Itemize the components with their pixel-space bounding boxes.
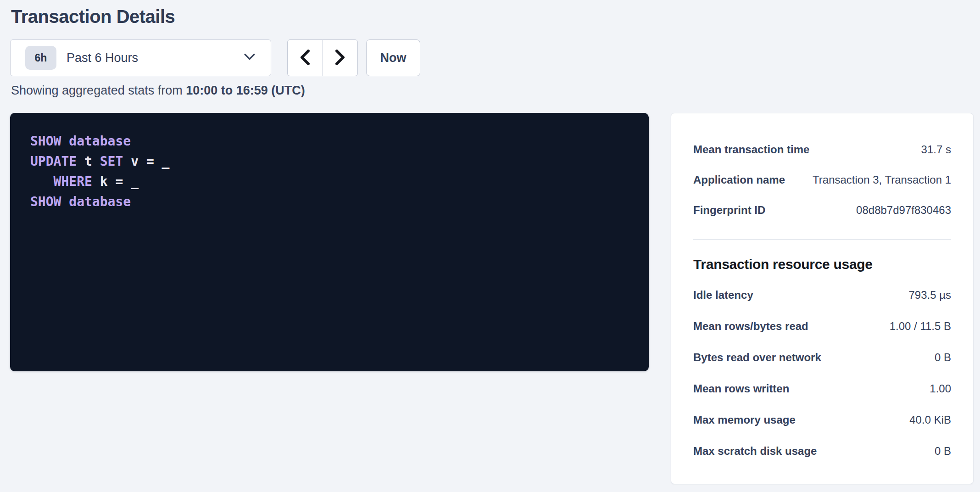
stat-label: Bytes read over network: [693, 351, 821, 364]
sql-keyword-token: SHOW: [30, 134, 61, 149]
sql-code: SHOW databaseUPDATE t SET v = _ WHERE k …: [30, 131, 629, 212]
time-range-badge: 6h: [25, 46, 56, 70]
stat-row: Fingerprint ID08d8b7d97f830463: [693, 195, 951, 225]
stat-row: Mean rows written1.00: [693, 373, 951, 404]
sql-code-line: SHOW database: [30, 131, 629, 151]
sql-keyword-token: SHOW: [30, 194, 61, 209]
stat-value: 793.5 µs: [908, 289, 951, 302]
sql-code-line: WHERE k = _: [30, 172, 629, 192]
page-title: Transaction Details: [11, 6, 175, 27]
stat-value: 0 B: [935, 351, 951, 364]
stat-label: Fingerprint ID: [693, 204, 765, 217]
stat-label: Application name: [693, 173, 785, 186]
stat-label: Mean rows written: [693, 382, 789, 395]
sql-keyword-token: database: [69, 134, 131, 149]
stat-label: Max memory usage: [693, 414, 796, 426]
time-nav-group: [287, 39, 358, 76]
stat-row: Idle latency793.5 µs: [693, 280, 951, 311]
stat-label: Idle latency: [693, 289, 753, 302]
card-divider: [693, 239, 951, 240]
sql-statement-panel: SHOW databaseUPDATE t SET v = _ WHERE k …: [10, 113, 649, 371]
stat-row: Mean transaction time31.7 s: [693, 134, 951, 165]
stat-row: Max scratch disk usage0 B: [693, 436, 951, 467]
stat-row: Mean rows/bytes read1.00 / 11.5 B: [693, 311, 951, 342]
stat-value: 1.00 / 11.5 B: [890, 320, 951, 333]
resource-usage-heading: Transaction resource usage: [693, 257, 951, 272]
stat-value: 0 B: [935, 445, 951, 458]
next-range-button[interactable]: [323, 40, 358, 76]
stat-value: 1.00: [930, 382, 951, 395]
sql-code-line: UPDATE t SET v = _: [30, 151, 629, 172]
sql-code-line: SHOW database: [30, 192, 629, 212]
chevron-down-icon: [244, 54, 255, 62]
sql-keyword-token: database: [69, 194, 131, 209]
time-range-label: Past 6 Hours: [67, 51, 138, 65]
sql-plain-token: v = _: [123, 154, 169, 169]
aggregation-subtitle: Showing aggregated stats from 10:00 to 1…: [11, 84, 305, 98]
subtitle-range: 10:00 to 16:59 (UTC): [186, 84, 305, 97]
stat-label: Max scratch disk usage: [693, 445, 817, 458]
subtitle-prefix: Showing aggregated stats from: [11, 84, 186, 97]
transaction-stats-card: Mean transaction time31.7 sApplication n…: [671, 113, 974, 484]
stat-row: Max memory usage40.0 KiB: [693, 404, 951, 436]
sql-keyword-token: SET: [100, 154, 123, 169]
prev-range-button[interactable]: [288, 40, 323, 76]
stat-value: 31.7 s: [921, 143, 951, 156]
stat-row: Bytes read over network0 B: [693, 342, 951, 373]
chevron-right-icon: [335, 50, 345, 67]
now-button[interactable]: Now: [366, 39, 420, 76]
stat-value: 08d8b7d97f830463: [856, 204, 951, 217]
stat-value: 40.0 KiB: [909, 414, 951, 426]
sql-keyword-token: WHERE: [54, 174, 92, 189]
sql-plain-token: k = _: [92, 174, 139, 189]
stat-row: Application nameTransaction 3, Transacti…: [693, 165, 951, 195]
sql-plain-token: t: [77, 154, 100, 169]
time-range-dropdown[interactable]: 6h Past 6 Hours: [10, 39, 271, 76]
stat-value: Transaction 3, Transaction 1: [813, 173, 951, 186]
resource-usage-rows: Idle latency793.5 µsMean rows/bytes read…: [693, 280, 951, 467]
chevron-left-icon: [300, 50, 310, 67]
sql-keyword-token: UPDATE: [30, 154, 77, 169]
stat-label: Mean transaction time: [693, 143, 809, 156]
sql-plain-token: [61, 194, 69, 209]
sql-plain-token: [30, 174, 54, 189]
summary-rows: Mean transaction time31.7 sApplication n…: [693, 134, 951, 225]
stat-label: Mean rows/bytes read: [693, 320, 808, 333]
sql-plain-token: [61, 134, 69, 149]
